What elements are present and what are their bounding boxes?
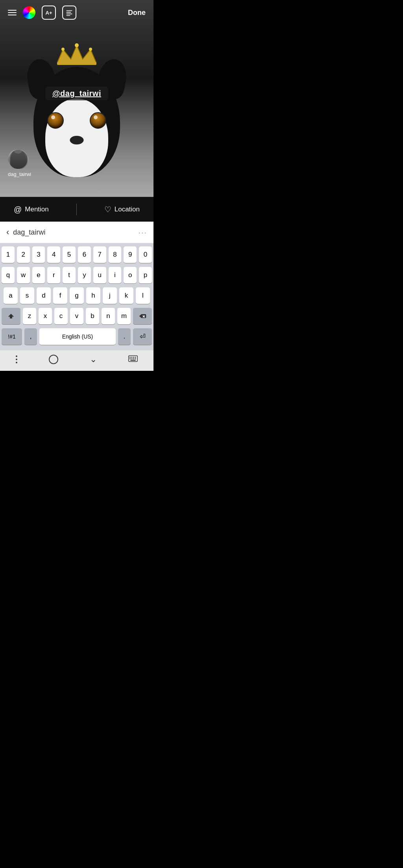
key-comma[interactable]: , bbox=[24, 328, 37, 345]
profile-name: dag_tairwi bbox=[8, 171, 31, 177]
mention-button[interactable]: @ Mention bbox=[14, 205, 49, 214]
key-h[interactable]: h bbox=[86, 287, 100, 304]
key-8[interactable]: 8 bbox=[109, 246, 122, 263]
key-3[interactable]: 3 bbox=[32, 246, 45, 263]
key-n[interactable]: n bbox=[102, 308, 115, 324]
svg-rect-1 bbox=[57, 62, 96, 65]
key-c[interactable]: c bbox=[54, 308, 68, 324]
key-1[interactable]: 1 bbox=[2, 246, 15, 263]
more-options-button[interactable]: ··· bbox=[138, 228, 147, 237]
top-toolbar: Done bbox=[0, 0, 153, 25]
key-shift[interactable] bbox=[2, 308, 20, 324]
nav-back-button[interactable]: ⌄ bbox=[90, 354, 97, 365]
search-bar: ‹ dag_tairwi ··· bbox=[0, 222, 153, 243]
key-g[interactable]: g bbox=[70, 287, 84, 304]
nav-bar: ⌄ bbox=[0, 350, 153, 371]
done-button[interactable]: Done bbox=[128, 9, 146, 17]
key-m[interactable]: m bbox=[117, 308, 131, 324]
svg-rect-19 bbox=[135, 358, 136, 359]
action-bar: @ Mention ♡ Location bbox=[0, 197, 153, 222]
svg-point-3 bbox=[61, 48, 65, 51]
svg-rect-7 bbox=[67, 14, 72, 15]
key-4[interactable]: 4 bbox=[47, 246, 60, 263]
key-e[interactable]: e bbox=[32, 267, 45, 283]
dog-nose bbox=[70, 136, 84, 144]
svg-rect-15 bbox=[135, 357, 136, 358]
svg-rect-17 bbox=[131, 358, 133, 359]
svg-rect-5 bbox=[67, 10, 72, 11]
nav-home-button[interactable] bbox=[49, 355, 58, 364]
keyboard-row-2: a s d f g h j k l bbox=[2, 287, 152, 304]
svg-rect-13 bbox=[131, 357, 133, 358]
avatar-circle bbox=[8, 149, 28, 170]
nav-keyboard-button[interactable] bbox=[128, 355, 138, 364]
text-align-button[interactable] bbox=[62, 6, 76, 20]
svg-point-4 bbox=[89, 48, 92, 51]
key-f[interactable]: f bbox=[53, 287, 67, 304]
keyboard-row-bottom: !#1 , English (US) . ⏎ bbox=[2, 328, 152, 345]
key-5[interactable]: 5 bbox=[63, 246, 76, 263]
dog-eye-left bbox=[47, 112, 64, 129]
dog-eye-right bbox=[90, 112, 106, 129]
key-j[interactable]: j bbox=[103, 287, 117, 304]
key-p[interactable]: p bbox=[139, 267, 152, 283]
svg-rect-6 bbox=[67, 12, 71, 13]
profile-avatar: dag_tairwi bbox=[8, 149, 31, 177]
mention-label: Mention bbox=[25, 205, 48, 213]
dog-illustration bbox=[22, 47, 132, 189]
key-return[interactable]: ⏎ bbox=[133, 328, 152, 345]
app-container: @dag_tairwi bbox=[0, 0, 153, 371]
key-a[interactable]: a bbox=[4, 287, 18, 304]
svg-rect-14 bbox=[133, 357, 134, 358]
key-6[interactable]: 6 bbox=[78, 246, 91, 263]
key-w[interactable]: w bbox=[17, 267, 30, 283]
username-overlay[interactable]: @dag_tairwi bbox=[45, 87, 108, 100]
key-0[interactable]: 0 bbox=[139, 246, 152, 263]
key-k[interactable]: k bbox=[119, 287, 133, 304]
key-s[interactable]: s bbox=[20, 287, 34, 304]
key-z[interactable]: z bbox=[23, 308, 36, 324]
back-button[interactable]: ‹ bbox=[6, 227, 9, 237]
color-wheel-icon[interactable] bbox=[23, 6, 35, 19]
key-d[interactable]: d bbox=[37, 287, 51, 304]
text-style-button[interactable] bbox=[42, 6, 56, 20]
keyboard-row-numbers: 1 2 3 4 5 6 7 8 9 0 bbox=[2, 246, 152, 263]
location-label: Location bbox=[115, 205, 140, 213]
keyboard-row-1: q w e r t y u i o p bbox=[2, 267, 152, 283]
keyboard-row-3: z x c v b n m bbox=[2, 308, 152, 324]
key-x[interactable]: x bbox=[39, 308, 52, 324]
key-o[interactable]: o bbox=[124, 267, 137, 283]
key-i[interactable]: i bbox=[109, 267, 122, 283]
key-l[interactable]: l bbox=[136, 287, 150, 304]
toolbar-left bbox=[8, 6, 76, 20]
key-period[interactable]: . bbox=[118, 328, 131, 345]
nav-recents-button[interactable] bbox=[16, 355, 17, 363]
key-u[interactable]: u bbox=[93, 267, 106, 283]
mention-icon: @ bbox=[14, 205, 22, 214]
key-t[interactable]: t bbox=[63, 267, 76, 283]
svg-point-2 bbox=[75, 43, 79, 47]
svg-rect-20 bbox=[130, 360, 136, 361]
username-text: @dag_tairwi bbox=[52, 89, 101, 98]
key-v[interactable]: v bbox=[70, 308, 83, 324]
search-input-display[interactable]: dag_tairwi bbox=[13, 228, 134, 237]
key-space[interactable]: English (US) bbox=[39, 328, 116, 345]
hamburger-icon[interactable] bbox=[8, 10, 17, 15]
key-2[interactable]: 2 bbox=[17, 246, 30, 263]
key-9[interactable]: 9 bbox=[124, 246, 137, 263]
key-7[interactable]: 7 bbox=[93, 246, 106, 263]
key-delete[interactable] bbox=[133, 308, 152, 324]
keyboard: 1 2 3 4 5 6 7 8 9 0 q w e r t y u i o p … bbox=[0, 243, 153, 350]
key-numbers-switch[interactable]: !#1 bbox=[2, 328, 22, 345]
key-b[interactable]: b bbox=[86, 308, 99, 324]
svg-rect-12 bbox=[129, 357, 131, 358]
story-editor: @dag_tairwi bbox=[0, 0, 153, 197]
key-y[interactable]: y bbox=[78, 267, 91, 283]
key-r[interactable]: r bbox=[47, 267, 60, 283]
key-q[interactable]: q bbox=[2, 267, 15, 283]
divider bbox=[76, 204, 77, 215]
svg-rect-18 bbox=[133, 358, 134, 359]
avatar-person bbox=[10, 149, 26, 169]
location-button[interactable]: ♡ Location bbox=[104, 205, 140, 214]
crown bbox=[57, 43, 96, 65]
